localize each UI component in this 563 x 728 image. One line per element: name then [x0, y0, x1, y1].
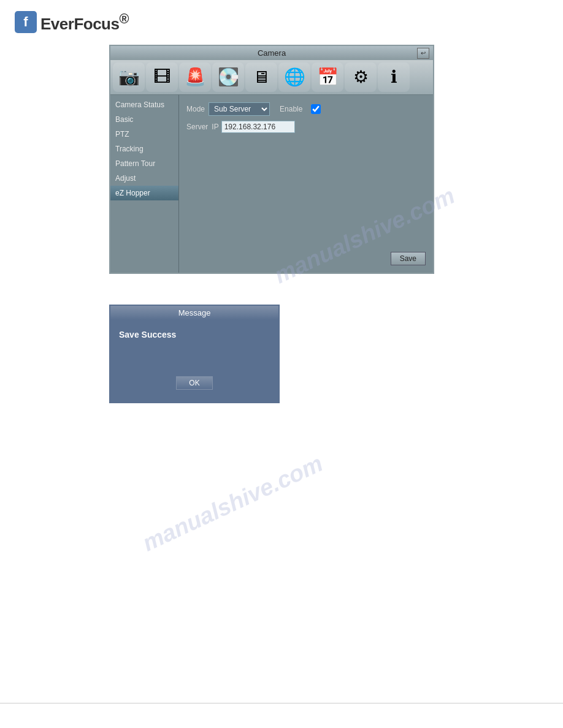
toolbar-info-icon[interactable]: ℹ — [378, 63, 410, 92]
dialog-title: Message — [178, 308, 211, 317]
save-button[interactable]: Save — [391, 252, 426, 265]
bottom-divider — [0, 703, 563, 703]
sidebar-item-basic[interactable]: Basic — [110, 112, 178, 127]
back-button[interactable]: ↩ — [417, 48, 429, 59]
camera-panel: Camera ↩ 📷 🎞 🚨 💽 🖥 🌐 📅 ⚙ ℹ Camera Status… — [109, 45, 434, 274]
toolbar-schedule-icon[interactable]: 📅 — [312, 63, 343, 92]
sidebar-item-pattern-tour[interactable]: Pattern Tour — [110, 156, 178, 171]
sidebar-item-camera-status[interactable]: Camera Status — [110, 97, 178, 112]
camera-panel-titlebar: Camera ↩ — [110, 46, 433, 60]
dialog-body: Save Success OK — [110, 320, 278, 402]
svg-text:f: f — [23, 14, 28, 29]
dialog-titlebar: Message — [110, 306, 278, 320]
sidebar-item-adjust[interactable]: Adjust — [110, 171, 178, 186]
server-ip-input[interactable] — [221, 121, 295, 133]
server-label: Server — [186, 123, 208, 131]
toolbar-camera-icon[interactable]: 📷 — [113, 63, 145, 92]
enable-label: Enable — [280, 105, 302, 113]
mode-row: Mode Sub Server Main Server None Enable — [186, 102, 426, 116]
icon-toolbar: 📷 🎞 🚨 💽 🖥 🌐 📅 ⚙ ℹ — [110, 60, 433, 95]
sidebar-item-tracking[interactable]: Tracking — [110, 142, 178, 156]
logo-text: EverFocus® — [40, 11, 129, 34]
ip-label: IP — [212, 123, 218, 131]
content-area: Mode Sub Server Main Server None Enable … — [179, 95, 433, 273]
watermark-2: manualshive.com — [139, 450, 327, 557]
server-ip-row: Server IP — [186, 121, 426, 133]
mode-select[interactable]: Sub Server Main Server None — [209, 102, 270, 116]
toolbar-network-icon[interactable]: 🌐 — [278, 63, 310, 92]
logo-area: f EverFocus® — [0, 0, 563, 45]
toolbar-monitor-icon[interactable]: 🖥 — [245, 63, 277, 92]
toolbar-alarm-icon[interactable]: 🚨 — [179, 63, 211, 92]
camera-panel-title: Camera — [258, 48, 286, 58]
enable-checkbox[interactable] — [311, 104, 321, 114]
panel-body: Camera Status Basic PTZ Tracking Pattern… — [110, 95, 433, 273]
dialog-message: Save Success — [119, 330, 270, 339]
sidebar-item-ez-hopper[interactable]: eZ Hopper — [110, 186, 178, 200]
everfocus-logo-icon: f — [15, 11, 37, 33]
sidebar-nav: Camera Status Basic PTZ Tracking Pattern… — [110, 95, 179, 273]
toolbar-hdd-icon[interactable]: 💽 — [212, 63, 244, 92]
toolbar-reel-icon[interactable]: 🎞 — [146, 63, 178, 92]
message-dialog: Message Save Success OK — [109, 305, 280, 403]
sidebar-item-ptz[interactable]: PTZ — [110, 127, 178, 142]
mode-label: Mode — [186, 105, 205, 113]
toolbar-gear-icon[interactable]: ⚙ — [345, 63, 377, 92]
ok-button[interactable]: OK — [176, 376, 213, 390]
